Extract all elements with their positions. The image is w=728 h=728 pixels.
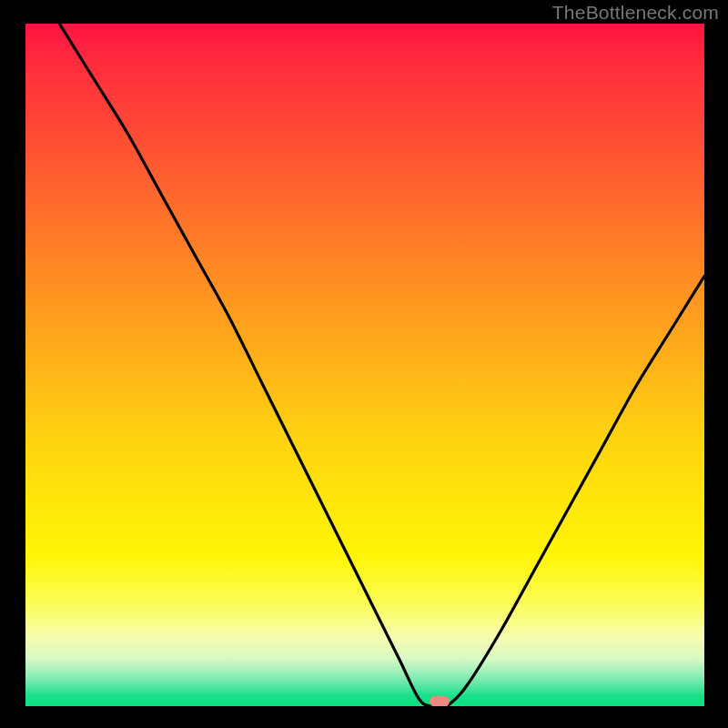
chart-frame: TheBottleneck.com	[0, 0, 728, 728]
watermark-text: TheBottleneck.com	[552, 2, 719, 24]
plot-area	[25, 24, 704, 706]
bottleneck-curve	[25, 24, 704, 706]
optimal-marker	[430, 696, 450, 706]
